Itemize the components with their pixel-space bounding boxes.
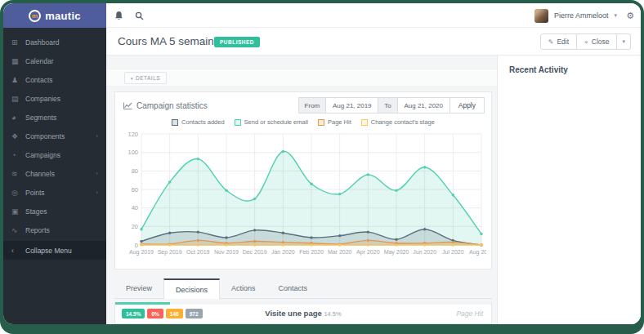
companies-icon: ▤ — [11, 95, 25, 103]
status-badge: PUBLISHED — [214, 37, 260, 47]
chevron-right-icon: › — [96, 170, 98, 177]
reports-icon: ∿ — [11, 226, 25, 234]
sidebar-item-stages[interactable]: ▣ Stages — [3, 202, 106, 220]
pencil-icon: ✎ — [548, 38, 554, 46]
svg-text:Oct 2019: Oct 2019 — [186, 249, 210, 255]
sidebar-item-calendar[interactable]: ▦ Calendar — [3, 51, 106, 70]
legend-item-page-hit[interactable]: Page Hit — [318, 118, 351, 126]
close-button-label: Close — [592, 38, 610, 46]
svg-text:20: 20 — [132, 223, 138, 230]
sidebar-item-label: Segments — [25, 114, 98, 122]
collapse-menu-button[interactable]: ‹ Collapse Menu — [3, 241, 106, 260]
collapse-menu-label: Collapse Menu — [25, 247, 98, 255]
legend-swatch — [318, 119, 324, 126]
sidebar-item-points[interactable]: ◎ Points › — [3, 183, 106, 202]
chevron-right-icon: › — [96, 189, 98, 196]
calendar-icon: ▦ — [11, 57, 25, 65]
tab-decisions[interactable]: Decisions — [163, 278, 220, 299]
svg-text:60: 60 — [132, 186, 138, 194]
sidebar-item-label: Campaigns — [25, 151, 98, 159]
sidebar-item-campaigns[interactable]: ◔ Campaigns — [3, 145, 106, 164]
user-avatar[interactable] — [534, 9, 548, 23]
svg-text:Jul 2020: Jul 2020 — [442, 249, 464, 255]
event-title-text: Visite une page — [265, 309, 322, 318]
chevron-right-icon: › — [96, 132, 98, 140]
details-toggle-button[interactable]: ▾ DETAILS — [124, 72, 167, 84]
svg-text:Jun 2020: Jun 2020 — [413, 249, 436, 255]
svg-text:0: 0 — [135, 242, 138, 249]
campaigns-icon: ◔ — [11, 151, 25, 159]
date-from-label: From — [298, 97, 327, 114]
sidebar-item-segments[interactable]: ◕ Segments — [3, 108, 106, 127]
notifications-bell-icon[interactable] — [114, 11, 123, 20]
svg-text:May 2020: May 2020 — [384, 249, 409, 256]
svg-text:Jan 2020: Jan 2020 — [271, 249, 295, 255]
svg-text:Apr 2020: Apr 2020 — [356, 249, 380, 256]
close-button[interactable]: × Close — [577, 33, 617, 50]
svg-text:100: 100 — [127, 149, 138, 156]
sidebar-item-label: Reports — [25, 226, 98, 234]
sidebar-item-components[interactable]: ❖ Components › — [3, 127, 106, 145]
chevron-left-icon: ‹ — [11, 247, 25, 255]
app-window: m mautic Pierre Ammeloot ▾ ⚙ — [3, 3, 641, 324]
sidebar-item-channels[interactable]: ≋ Channels › — [3, 164, 106, 183]
more-actions-dropdown-button[interactable]: ▾ — [617, 33, 631, 50]
legend-item-send-email[interactable]: Send or schedule email — [235, 118, 308, 126]
recent-activity-title: Recent Activity — [498, 56, 641, 74]
screenshot-frame: m mautic Pierre Ammeloot ▾ ⚙ — [0, 0, 644, 334]
mautic-logo-icon: m — [29, 10, 41, 22]
date-to-input[interactable] — [398, 97, 450, 114]
campaign-statistics-label: Campaign statistics — [136, 101, 208, 110]
legend-swatch — [235, 119, 241, 126]
recent-activity-panel: Recent Activity — [497, 56, 641, 324]
channels-icon: ≋ — [11, 170, 25, 178]
tab-actions[interactable]: Actions — [220, 278, 267, 298]
mautic-logo[interactable]: m mautic — [3, 3, 106, 28]
svg-text:Mar 2020: Mar 2020 — [328, 249, 352, 255]
sidebar-item-companies[interactable]: ▤ Companies — [3, 89, 106, 108]
legend-label: Page Hit — [328, 118, 351, 126]
chart-legend: Contacts added Send or schedule email Pa… — [115, 118, 491, 126]
tab-contacts[interactable]: Contacts — [267, 278, 320, 298]
edit-button[interactable]: ✎ Edit — [540, 33, 577, 50]
sidebar-item-label: Dashboard — [25, 38, 98, 47]
contacts-icon: ♟ — [11, 76, 25, 84]
svg-text:120: 120 — [127, 131, 138, 138]
chevron-down-icon: ▾ — [131, 76, 133, 81]
svg-text:40: 40 — [132, 204, 138, 212]
sidebar-item-contacts[interactable]: ♟ Contacts — [3, 70, 106, 89]
line-chart-icon — [123, 102, 132, 109]
sidebar-item-label: Channels — [25, 170, 96, 178]
decision-event-type: Page Hit — [456, 310, 483, 318]
tab-bar: Preview Decisions Actions Contacts — [114, 278, 492, 299]
sidebar-item-reports[interactable]: ∿ Reports — [3, 220, 106, 239]
settings-gear-icon[interactable]: ⚙ — [626, 11, 634, 21]
legend-label: Send or schedule email — [244, 118, 308, 126]
segments-icon: ◕ — [11, 114, 25, 122]
svg-text:Feb 2020: Feb 2020 — [299, 249, 324, 255]
apply-button[interactable]: Apply — [450, 97, 485, 114]
sidebar-item-label: Points — [25, 189, 96, 197]
main-content: ▾ DETAILS Campaign statistics From To — [106, 56, 497, 324]
sidebar-item-label: Stages — [25, 207, 98, 216]
user-menu-caret-icon[interactable]: ▾ — [615, 12, 618, 19]
details-toggle-label: DETAILS — [136, 75, 160, 81]
date-from-input[interactable] — [326, 97, 378, 114]
legend-label: Change contact's stage — [371, 118, 435, 126]
tab-preview[interactable]: Preview — [114, 278, 163, 298]
decision-event-row[interactable]: 14.5% 0% 146 972 Visite une page 14.5% P… — [114, 302, 492, 324]
svg-text:Sep 2019: Sep 2019 — [158, 249, 182, 256]
svg-text:Aug 2020: Aug 2020 — [469, 249, 486, 256]
close-icon: × — [584, 38, 588, 46]
legend-item-change-stage[interactable]: Change contact's stage — [361, 118, 435, 126]
svg-text:Nov 2019: Nov 2019 — [214, 249, 239, 255]
user-name[interactable]: Pierre Ammeloot — [554, 11, 609, 20]
sidebar-item-label: Contacts — [25, 76, 98, 84]
legend-item-contacts-added[interactable]: Contacts added — [172, 118, 225, 126]
page-title: Cours MA 5 semaines — [118, 35, 226, 47]
sidebar-item-dashboard[interactable]: ⊞ Dashboard — [3, 33, 106, 51]
date-to-label: To — [378, 97, 397, 114]
search-icon[interactable] — [135, 11, 144, 20]
svg-text:Dec 2019: Dec 2019 — [243, 249, 267, 255]
chevron-down-icon: ▾ — [622, 38, 625, 45]
